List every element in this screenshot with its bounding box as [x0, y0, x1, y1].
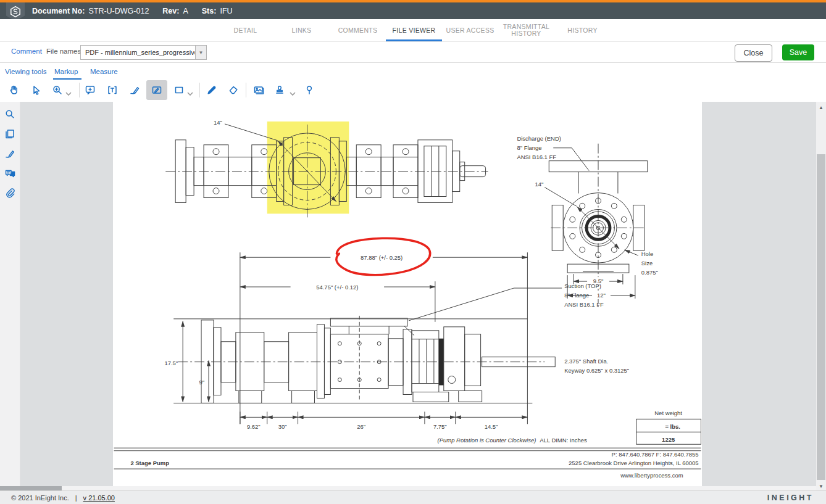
search-icon[interactable]	[4, 109, 15, 120]
all-dimn-note: ALL DIMN: Inches	[540, 437, 587, 444]
viewer-sidebar	[0, 102, 20, 486]
select-cursor-tool[interactable]	[26, 80, 47, 100]
stamp-tool-chevron-icon[interactable]	[290, 88, 297, 94]
shaft-label-1: 2.375" Shaft Dia.	[564, 358, 608, 365]
contact-website: www.libertyprocess.com	[620, 472, 683, 479]
dim-height-inner-label: 9"	[199, 379, 204, 386]
comment-link[interactable]: Comment	[11, 48, 42, 55]
pdf-page[interactable]: 14" 14" Discharge (END) 8" Flange ANSI B…	[113, 102, 702, 486]
end-view-dim-12: 12"	[597, 292, 606, 299]
dim-bottom-3: 26"	[357, 423, 365, 430]
top-view-dim-14: 14"	[214, 119, 222, 126]
stamp-tool[interactable]	[269, 80, 290, 100]
tab-history[interactable]: HISTORY	[554, 19, 611, 41]
tab-file-viewer[interactable]: FILE VIEWER	[386, 19, 442, 41]
vertical-scrollbar-thumb[interactable]	[817, 154, 825, 480]
file-select-value: PDF - millennium_series_progressive_cavi	[81, 49, 195, 56]
tab-comments[interactable]: COMMENTS	[330, 19, 386, 41]
markup-tab-underline	[53, 78, 81, 80]
hexagon-logo-icon	[9, 6, 22, 18]
bottom-dimension-chain: 9.62" 30" 26" 7.75" 14.5"	[240, 411, 528, 430]
end-view-dim-14: 14"	[535, 181, 543, 188]
viewer-toolbar: Viewing tools Markup Measure	[0, 63, 826, 102]
dim-bottom-2: 30"	[278, 423, 287, 430]
text-tool[interactable]	[102, 80, 123, 100]
tab-links[interactable]: LINKS	[273, 19, 330, 41]
discharge-label-1: Discharge (END)	[517, 135, 561, 142]
doc-no-label: Document No:	[32, 7, 85, 15]
net-weight-label: Net weight	[654, 410, 682, 416]
tab-transmittal-history[interactable]: TRANSMITTAL HISTORY	[498, 19, 554, 41]
toolbar-divider	[246, 83, 246, 97]
document-meta: Document No: STR-U-DWG-012 Rev: A Sts: I…	[32, 7, 233, 15]
suction-label-1: Suction (TOP)	[564, 283, 601, 289]
insert-image-tool[interactable]	[248, 80, 269, 100]
scroll-down-arrow-icon[interactable]: ▼	[816, 482, 826, 490]
comments-bubbles-icon[interactable]	[4, 168, 15, 179]
shape-rectangle-tool[interactable]	[169, 80, 190, 100]
annotate-pen-box-tool[interactable]	[146, 80, 167, 100]
ineight-wordmark: INEIGHT	[767, 491, 814, 504]
end-view: 14" Discharge (END) 8" Flange ANSI B16.1…	[517, 135, 657, 308]
markup-pen-icon[interactable]	[4, 148, 15, 159]
app-footer: © 2021 InEight Inc. | v 21.05.00 INEIGHT	[0, 490, 826, 504]
dim-bottom-4: 7.75"	[433, 423, 447, 430]
shape-tool-chevron-icon[interactable]	[187, 88, 194, 94]
net-weight-unit: = lbs.	[665, 423, 680, 430]
footer-separator: |	[75, 494, 77, 502]
horizontal-scrollbar[interactable]	[0, 486, 816, 490]
dim-bottom-1: 9.62"	[247, 423, 261, 430]
vertical-scrollbar[interactable]: ▲ ▼	[816, 102, 826, 490]
title-block: 2 Stage Pump P: 847.640.7867 F: 847.640.…	[114, 448, 701, 479]
notes-and-weight: (Pump Rotation is Counter Clockwise) ALL…	[438, 410, 701, 444]
tab-markup[interactable]: Markup	[54, 68, 78, 75]
add-note-tool[interactable]	[80, 80, 101, 100]
file-names-select[interactable]: PDF - millennium_series_progressive_cavi…	[80, 45, 207, 60]
discharge-label-3: ANSI B16.1 FF	[517, 154, 556, 160]
highlighter-marker-tool[interactable]	[201, 80, 222, 100]
tab-measure[interactable]: Measure	[90, 68, 118, 75]
save-button[interactable]: Save	[782, 44, 814, 60]
file-select-chevron-icon[interactable]: ▼	[195, 46, 206, 59]
file-names-label: File names:	[46, 48, 83, 55]
dim-height-label: 17.5"	[164, 360, 178, 366]
zoom-tool-chevron-icon[interactable]	[65, 88, 73, 94]
contact-address: 2525 Clearbrook Drive Arlington Heights,…	[569, 460, 698, 466]
side-view: 17.5" 9" 2.375" Shaft Dia.	[164, 316, 629, 403]
app-header: Document No: STR-U-DWG-012 Rev: A Sts: I…	[0, 2, 826, 19]
pin-tool[interactable]	[299, 80, 320, 100]
ineight-logo[interactable]	[6, 2, 25, 21]
shaft-label-2: Keyway 0.625" x 0.3125"	[564, 367, 629, 374]
dim-bottom-5: 14.5"	[485, 423, 498, 430]
scroll-up-arrow-icon[interactable]: ▲	[816, 103, 826, 112]
dim-partial-label: 54.75" (+/- 0.12)	[316, 284, 358, 291]
suction-label-3: ANSI B16.1 FF	[564, 301, 604, 308]
pages-thumbnails-icon[interactable]	[4, 128, 15, 139]
tab-viewing-tools[interactable]: Viewing tools	[5, 68, 47, 75]
attachment-paperclip-icon[interactable]	[4, 188, 15, 199]
rev-label: Rev:	[162, 7, 179, 15]
tab-user-access[interactable]: USER ACCESS	[442, 19, 498, 41]
version-link[interactable]: v 21.05.00	[83, 494, 115, 502]
copyright-text: © 2021 InEight Inc.	[11, 494, 69, 502]
rotation-note: (Pump Rotation is Counter Clockwise)	[438, 437, 536, 444]
toolbar-divider	[199, 83, 200, 97]
zoom-tool[interactable]	[47, 80, 68, 100]
horizontal-scrollbar-thumb[interactable]	[0, 486, 62, 490]
pan-hand-tool[interactable]	[4, 80, 25, 100]
close-button[interactable]: Close	[735, 44, 772, 62]
main-tab-bar: DETAIL LINKS COMMENTS FILE VIEWER USER A…	[0, 19, 826, 42]
drawing-title: 2 Stage Pump	[130, 460, 169, 466]
net-weight-value: 1225	[662, 436, 675, 443]
hole-size-label-2: Size	[641, 260, 653, 266]
eraser-tool[interactable]	[223, 80, 244, 100]
rev-value: A	[183, 7, 188, 15]
pump-drawing: 14" 14" Discharge (END) 8" Flange ANSI B…	[113, 102, 702, 486]
dim-overall-label: 87.88" (+/- 0.25)	[361, 254, 403, 261]
sts-value: IFU	[220, 7, 232, 15]
sts-label: Sts:	[202, 7, 217, 15]
hole-size-label-3: 0.875"	[641, 269, 658, 276]
signature-pen-tool[interactable]	[124, 80, 145, 100]
suction-label-2: 8" Flange	[564, 292, 589, 299]
tab-detail[interactable]: DETAIL	[217, 19, 273, 41]
